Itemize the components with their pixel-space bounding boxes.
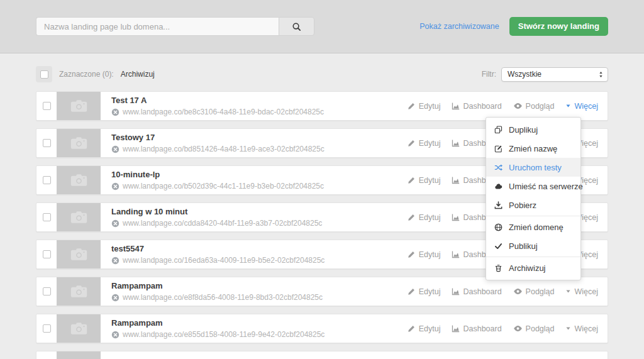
action-dashboard[interactable]: Dashboard bbox=[452, 287, 501, 296]
archive-selected-action[interactable]: Archiwizuj bbox=[121, 70, 155, 79]
row-info: Rampampam www.landpage.co/e855d158-4008-… bbox=[101, 314, 325, 343]
row-thumbnail[interactable] bbox=[57, 314, 101, 343]
action-more[interactable]: Więcej bbox=[565, 287, 598, 296]
row-thumbnail[interactable] bbox=[57, 203, 101, 231]
chart-icon bbox=[452, 176, 460, 184]
row-url[interactable]: www.landpage.co/16eda63a-4009-11e9-b5e2-… bbox=[123, 256, 325, 265]
action-preview[interactable]: Podgląd bbox=[513, 101, 555, 111]
action-edit[interactable]: Edytuj bbox=[408, 139, 441, 148]
menu-item-duplicate[interactable]: Duplikuj bbox=[486, 120, 580, 139]
menu-item-cloud[interactable]: Umieść na serwerze bbox=[486, 177, 580, 196]
filter-group: Filtr: Wszystkie bbox=[482, 67, 608, 82]
header-right: Pokaż zarchiwizowane Stwórz nowy landing bbox=[419, 17, 608, 36]
list-item: Edytuj Dashboard Podgląd Więcej bbox=[36, 351, 608, 359]
row-thumbnail[interactable] bbox=[57, 166, 101, 194]
action-more[interactable]: Więcej bbox=[565, 324, 598, 333]
row-title: Rampampam bbox=[111, 281, 323, 290]
select-all-checkbox[interactable] bbox=[40, 70, 48, 79]
search-input[interactable] bbox=[36, 17, 279, 36]
row-checkbox-cell bbox=[36, 203, 57, 231]
action-dashboard[interactable]: Dashboard bbox=[452, 102, 501, 111]
row-url[interactable]: www.landpage.co/bd851426-4a48-11e9-ace3-… bbox=[123, 145, 325, 153]
chart-icon bbox=[452, 324, 460, 333]
row-actions: Edytuj Dashboard Podgląd Więcej bbox=[408, 92, 608, 120]
row-checkbox-cell bbox=[36, 92, 57, 120]
row-thumbnail[interactable] bbox=[57, 129, 101, 157]
row-checkbox[interactable] bbox=[43, 102, 51, 110]
search-button[interactable] bbox=[279, 17, 314, 36]
check-icon bbox=[494, 242, 502, 250]
action-edit[interactable]: Edytuj bbox=[408, 213, 441, 222]
row-checkbox-cell bbox=[36, 129, 57, 157]
search-icon bbox=[292, 22, 301, 31]
row-url[interactable]: www.landpage.co/be8c3106-4a48-11e9-bdac-… bbox=[123, 108, 324, 116]
row-title: Landing w 10 minut bbox=[111, 207, 322, 216]
row-title: Test 17 A bbox=[111, 96, 324, 105]
action-preview[interactable]: Podgląd bbox=[513, 324, 555, 333]
menu-item-trash[interactable]: Archiwizuj bbox=[486, 258, 580, 277]
menu-item-shuffle[interactable]: Uruchom testy bbox=[486, 158, 580, 177]
action-edit[interactable]: Edytuj bbox=[408, 324, 441, 333]
pencil-icon bbox=[408, 139, 416, 147]
row-url-line: www.landpage.co/e8f8da56-4008-11e9-8bd3-… bbox=[111, 293, 323, 302]
row-url-line: www.landpage.co/e855d158-4008-11e9-9e42-… bbox=[111, 330, 325, 339]
row-url-line: www.landpage.co/cdda8420-44bf-11e9-a3b7-… bbox=[111, 219, 322, 228]
row-checkbox[interactable] bbox=[43, 176, 51, 184]
menu-item-globe[interactable]: Zmień domenę bbox=[486, 218, 580, 236]
pencil-icon bbox=[408, 213, 416, 221]
selected-count-label: Zaznaczone (0): bbox=[59, 70, 114, 79]
filter-select[interactable]: Wszystkie bbox=[501, 67, 608, 82]
action-edit[interactable]: Edytuj bbox=[408, 102, 441, 111]
globe-icon bbox=[494, 223, 502, 231]
row-thumbnail[interactable] bbox=[57, 240, 101, 268]
menu-item-download[interactable]: Pobierz bbox=[486, 196, 580, 214]
action-dashboard[interactable]: Dashboard bbox=[452, 324, 501, 333]
trash-icon bbox=[494, 264, 502, 272]
row-checkbox[interactable] bbox=[43, 250, 51, 258]
camera-icon bbox=[70, 99, 87, 113]
action-edit[interactable]: Edytuj bbox=[408, 176, 441, 185]
show-archived-link[interactable]: Pokaż zarchiwizowane bbox=[419, 22, 499, 31]
row-url[interactable]: www.landpage.co/cdda8420-44bf-11e9-a3b7-… bbox=[123, 219, 322, 228]
row-thumbnail[interactable] bbox=[57, 277, 101, 306]
row-url[interactable]: www.landpage.co/e855d158-4008-11e9-9e42-… bbox=[123, 330, 325, 339]
camera-icon bbox=[70, 322, 87, 335]
filter-label: Filtr: bbox=[482, 70, 496, 79]
url-status-icon bbox=[111, 108, 119, 116]
camera-icon bbox=[70, 248, 87, 261]
row-url[interactable]: www.landpage.co/b502d39c-44c1-11e9-b3eb-… bbox=[123, 182, 324, 191]
row-url[interactable]: www.landpage.co/e8f8da56-4008-11e9-8bd3-… bbox=[123, 293, 323, 302]
camera-icon bbox=[70, 211, 87, 224]
pencil-icon bbox=[408, 250, 416, 258]
caret-down-icon bbox=[565, 289, 571, 294]
row-checkbox[interactable] bbox=[43, 324, 51, 333]
menu-item-rename[interactable]: Zmień nazwę bbox=[486, 139, 580, 158]
row-thumbnail[interactable] bbox=[57, 92, 101, 120]
row-title: 10-minute-lp bbox=[111, 170, 324, 179]
download-icon bbox=[494, 201, 502, 209]
top-header-bar: Pokaż zarchiwizowane Stwórz nowy landing bbox=[0, 0, 644, 53]
duplicate-icon bbox=[494, 126, 502, 134]
row-checkbox[interactable] bbox=[43, 213, 51, 221]
more-dropdown: Duplikuj Zmień nazwę Uruchom testy Umieś… bbox=[486, 117, 581, 280]
row-actions: Edytuj Dashboard Podgląd Więcej bbox=[408, 277, 608, 306]
menu-divider bbox=[486, 216, 580, 216]
row-info: Testowy 17 www.landpage.co/bd851426-4a48… bbox=[101, 129, 325, 157]
row-checkbox[interactable] bbox=[43, 287, 51, 295]
menu-item-check[interactable]: Publikuj bbox=[486, 236, 580, 255]
row-thumbnail[interactable] bbox=[57, 351, 101, 359]
url-status-icon bbox=[111, 182, 119, 191]
url-status-icon bbox=[111, 145, 119, 153]
menu-divider bbox=[486, 257, 580, 257]
camera-icon bbox=[70, 285, 87, 298]
action-more[interactable]: Więcej bbox=[565, 102, 598, 111]
action-edit[interactable]: Edytuj bbox=[408, 250, 441, 259]
row-checkbox[interactable] bbox=[43, 139, 51, 147]
chart-icon bbox=[452, 213, 460, 221]
create-landing-button[interactable]: Stwórz nowy landing bbox=[509, 17, 608, 36]
pencil-icon bbox=[408, 102, 416, 110]
row-info: Landing w 10 minut www.landpage.co/cdda8… bbox=[101, 203, 322, 231]
action-edit[interactable]: Edytuj bbox=[408, 287, 441, 296]
eye-icon bbox=[513, 287, 523, 296]
action-preview[interactable]: Podgląd bbox=[513, 287, 555, 296]
